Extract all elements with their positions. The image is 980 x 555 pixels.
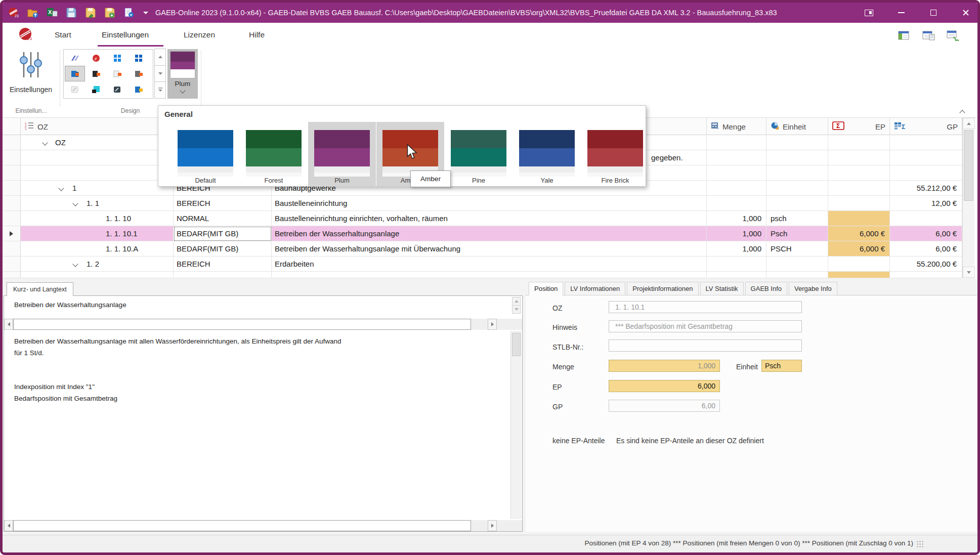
stlb-field[interactable] [609, 339, 802, 352]
table-row[interactable]: 1. 1. 10 NORMAL Baustelleneinrichtung ei… [3, 211, 962, 226]
cell-oz[interactable] [21, 150, 174, 165]
minimize-icon[interactable] [893, 6, 909, 19]
long-text[interactable]: Betreiben der Wasserhaltungsanlage mit a… [4, 331, 510, 519]
skin-pencil-disabled-icon[interactable] [65, 81, 85, 97]
gp-field[interactable]: 6,00 [609, 400, 720, 412]
theme-fire-brick[interactable]: Fire Brick [581, 122, 649, 187]
report-icon[interactable] [123, 7, 135, 19]
cell-type[interactable] [174, 272, 272, 278]
cell-oz[interactable]: 1. 2 [21, 257, 174, 272]
tab-lv-statistik[interactable]: LV Statistik [700, 282, 744, 295]
theme-dropdown-button[interactable]: Plum [167, 49, 198, 99]
cell-menge[interactable] [707, 257, 766, 272]
skin-cube-blue-icon[interactable] [65, 66, 85, 81]
cell-einheit[interactable]: PSCH [766, 241, 828, 257]
table-row[interactable]: 1. 2 BEREICH Erdarbeiten 55.200,00 € [3, 257, 962, 272]
collapse-icon[interactable] [72, 200, 78, 206]
cell-menge[interactable]: 1,000 [707, 211, 766, 226]
cell-desc[interactable]: Erdarbeiten [272, 257, 707, 272]
cell-gp[interactable] [890, 272, 962, 278]
scroll-down-icon[interactable] [963, 267, 975, 278]
collapse-icon[interactable] [58, 185, 64, 191]
collapse-icon[interactable] [42, 140, 48, 145]
scroll-right-icon[interactable] [488, 520, 497, 531]
header-menge[interactable]: Menge [707, 118, 766, 135]
cell-einheit[interactable] [766, 272, 828, 278]
cell-type[interactable]: BEREICH [174, 196, 272, 211]
scroll-left-icon[interactable] [4, 520, 13, 531]
scroll-down-icon[interactable] [512, 305, 521, 314]
cell-ep[interactable] [828, 272, 890, 278]
theme-plum-selected[interactable]: Plum [308, 122, 376, 187]
resize-grip-icon[interactable] [916, 540, 924, 548]
cell-menge[interactable] [707, 135, 766, 150]
cell-oz[interactable]: 1. 1 [21, 196, 174, 211]
table-row-selected[interactable]: 1. 1. 10.1 BEDARF(MIT GB) Betreiben der … [3, 226, 962, 241]
skin-stripes-icon[interactable] [65, 50, 85, 66]
cell-ep[interactable] [828, 196, 890, 211]
theme-yale[interactable]: Yale [513, 122, 581, 187]
cell-desc[interactable]: Baustelleneinrichtung einrichten, vorhal… [272, 211, 707, 226]
long-text-hscrollbar[interactable] [4, 520, 522, 531]
tab-position[interactable]: Position [529, 282, 563, 295]
cell-menge[interactable] [707, 165, 766, 181]
short-text-hscrollbar[interactable] [4, 319, 522, 330]
cell-gp[interactable]: 12,00 € [890, 196, 962, 211]
short-text[interactable]: Betreiben der Wasserhaltungsanlage [14, 301, 126, 309]
header-gp[interactable]: Σ GP [890, 118, 962, 135]
grid-export-icon[interactable] [894, 27, 915, 44]
scroll-up-icon[interactable] [963, 118, 975, 129]
collapse-icon[interactable] [72, 261, 78, 267]
close-icon[interactable] [958, 6, 973, 19]
cell-gp[interactable]: 55.200,00 € [890, 257, 962, 272]
cell-menge[interactable]: 1,000 [707, 226, 766, 241]
tab-lv-informationen[interactable]: LV Informationen [565, 282, 625, 295]
quick-access-menu-icon[interactable] [143, 12, 148, 14]
cell-gp[interactable]: 6,00 € [890, 226, 962, 241]
open-file-icon[interactable] [27, 7, 39, 19]
gallery-scroll-down-icon[interactable] [154, 65, 166, 82]
theme-forest[interactable]: Forest [240, 122, 308, 187]
cell-ep[interactable] [828, 135, 890, 150]
cell-einheit[interactable] [766, 181, 828, 196]
maximize-icon[interactable] [926, 6, 941, 19]
cell-ep[interactable] [828, 181, 890, 196]
einstellungen-button[interactable]: Einstellungen [7, 49, 55, 102]
scroll-up-icon[interactable] [512, 297, 521, 306]
header-ep[interactable]: Σ EP [828, 118, 890, 135]
cell-oz[interactable] [21, 165, 174, 181]
einheit-field[interactable]: Psch [761, 360, 802, 372]
theme-default[interactable]: Default [172, 122, 239, 187]
grid-cart-icon[interactable] [943, 27, 963, 44]
cell-ep[interactable]: 6,000 € [828, 241, 890, 257]
cell-ep[interactable] [828, 150, 890, 165]
tab-hilfe[interactable]: Hilfe [246, 23, 268, 47]
cell-einheit[interactable] [766, 165, 828, 181]
header-einheit[interactable]: Einheit [766, 118, 828, 135]
cell-oz[interactable]: OZ [21, 135, 174, 150]
cell-oz[interactable]: 1 [21, 181, 174, 196]
cell-type[interactable]: NORMAL [174, 211, 272, 226]
cell-oz[interactable]: 1. 1. 10.1 [21, 226, 174, 241]
cell-type[interactable]: BEDARF(MIT GB) [174, 241, 272, 257]
skin-red-circle-icon[interactable]: e [86, 50, 106, 66]
tab-vergabe-info[interactable]: Vergabe Info [789, 282, 837, 295]
save-as-icon[interactable] [84, 7, 97, 19]
header-oz[interactable]: 123 OZ [21, 118, 174, 135]
tab-kurz-und-langtext[interactable]: Kurz- und Langtext [7, 282, 73, 296]
cell-menge[interactable] [707, 181, 766, 196]
tab-gaeb-info[interactable]: GAEB Info [745, 282, 787, 295]
tab-projektinformationen[interactable]: Projektinformationen [627, 282, 698, 295]
cell-menge[interactable] [707, 150, 766, 165]
scrollbar-thumb[interactable] [964, 130, 973, 201]
excel-import-icon[interactable]: X [46, 7, 58, 19]
cell-gp[interactable]: 6,00 € [890, 241, 962, 257]
cell-oz[interactable]: 1. 1. 10 [21, 211, 174, 226]
cell-gp[interactable]: 55.212,00 € [890, 181, 962, 196]
cell-ep[interactable] [828, 165, 890, 181]
scrollbar-thumb[interactable] [512, 333, 521, 356]
skin-cube-light-icon[interactable] [107, 66, 127, 81]
scrollbar-track[interactable] [13, 319, 471, 330]
gallery-scroll-up-icon[interactable] [154, 49, 166, 66]
cell-einheit[interactable] [766, 150, 828, 165]
